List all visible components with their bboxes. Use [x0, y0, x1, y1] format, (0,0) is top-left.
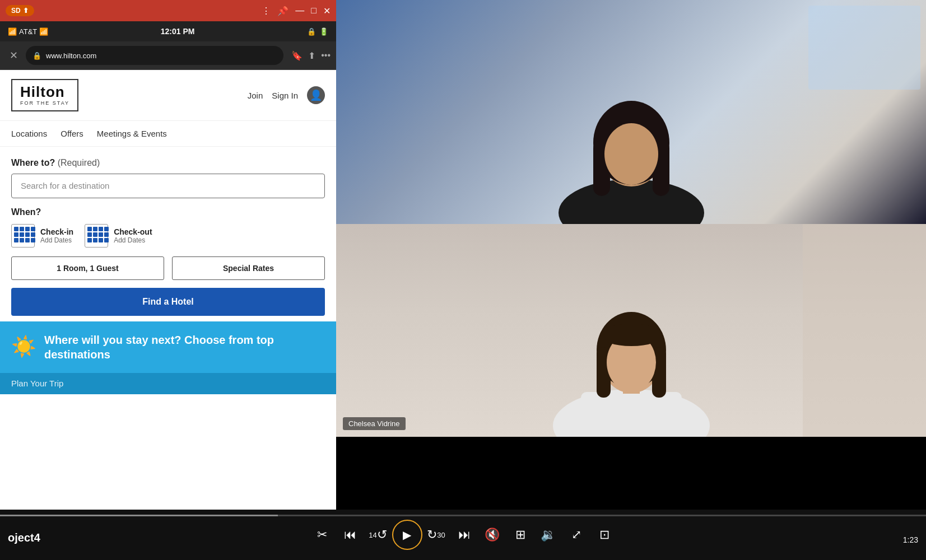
person2-name-badge: Chelsea Vidrine: [343, 417, 406, 430]
nav-offers[interactable]: Offers: [61, 129, 83, 138]
status-right: 🔒 🔋: [307, 27, 328, 36]
person1-video: [336, 0, 926, 224]
nav-meetings[interactable]: Meetings & Events: [97, 129, 167, 138]
video-person-1: [336, 0, 926, 224]
nav-locations[interactable]: Locations: [11, 129, 47, 138]
dots-icon[interactable]: •••: [321, 50, 331, 61]
pip-button[interactable]: ⊡: [590, 521, 618, 549]
battery-icon: 🔒: [307, 27, 316, 36]
progress-bar[interactable]: [0, 515, 926, 516]
room-special-row: 1 Room, 1 Guest Special Rates: [11, 256, 325, 280]
toolbar-timestamp: 1:23: [903, 535, 918, 544]
browser-chrome: ✕ 🔒 www.hilton.com 🔖 ⬆ •••: [0, 41, 336, 70]
special-rates-button[interactable]: Special Rates: [172, 256, 325, 280]
battery-level: 🔋: [319, 27, 328, 36]
where-to-label: Where to? (Required): [11, 158, 325, 168]
hilton-header-right: Join Sign In 👤: [248, 86, 325, 104]
fast-forward-button[interactable]: ↻ 30: [422, 521, 450, 549]
browser-close-button[interactable]: ✕: [6, 48, 21, 63]
join-link[interactable]: Join: [248, 91, 263, 100]
hilton-logo-title: Hilton: [20, 85, 69, 99]
restore-icon[interactable]: □: [311, 6, 317, 16]
window-bg: [808, 6, 920, 90]
hilton-logo: Hilton FOR THE STAY: [11, 79, 78, 111]
speaker-button[interactable]: 🔇: [478, 521, 506, 549]
volume-button[interactable]: 🔉: [534, 521, 562, 549]
title-bar-right: ⋮ 📌 — □ ✕: [262, 6, 331, 16]
progress-fill: [0, 515, 278, 516]
signal-icon: 📶: [8, 27, 17, 36]
lock-icon: 🔒: [32, 52, 41, 60]
skip-forward-button[interactable]: ⏭: [450, 521, 478, 549]
hilton-banner: ☀️ Where will you stay next? Choose from…: [0, 321, 336, 373]
video-area: Chelsea Vidrine: [336, 0, 926, 437]
status-time: 12:01 PM: [161, 27, 195, 36]
checkout-text: Check-out Add Dates: [114, 227, 152, 244]
find-hotel-button[interactable]: Find a Hotel: [11, 288, 325, 316]
wall-bg: [803, 224, 926, 437]
minimize-icon[interactable]: —: [295, 6, 304, 16]
phone-area: SD ⬆ ⋮ 📌 — □ ✕ 📶 AT&T 📶 12:01 PM 🔒 🔋 ✕ 🔒: [0, 0, 336, 560]
checkin-picker[interactable]: Check-in Add Dates: [11, 224, 73, 248]
room-guest-button[interactable]: 1 Room, 1 Guest: [11, 256, 164, 280]
url-text: www.hilton.com: [46, 52, 96, 60]
url-bar-icons: 🔖 ⬆ •••: [291, 50, 331, 61]
title-bar-left: SD ⬆: [6, 5, 34, 16]
hilton-footer-bar: Plan Your Trip: [0, 373, 336, 394]
checkout-picker[interactable]: Check-out Add Dates: [85, 224, 152, 248]
bottom-toolbar: oject4 1:23 ✂ ⏮ 14 ↺ ▶ ↻ 30 ⏭ 🔇 ⊞ 🔉 ⤢ ⊡: [0, 510, 926, 560]
skip-back-button[interactable]: ⏮: [336, 521, 364, 549]
person1-silhouette: [547, 39, 715, 224]
share-icon[interactable]: ⬆: [308, 50, 315, 61]
date-pickers: Check-in Add Dates Check-out Add Dates: [11, 224, 325, 248]
title-bar: SD ⬆ ⋮ 📌 — □ ✕: [0, 0, 336, 21]
carrier-name: AT&T: [19, 27, 37, 36]
mute-button[interactable]: ✂: [308, 521, 336, 549]
expand-button[interactable]: ⤢: [562, 521, 590, 549]
svg-point-6: [604, 123, 658, 185]
required-label: (Required): [58, 158, 100, 167]
rewind-button[interactable]: 14 ↺: [364, 521, 392, 549]
signin-link[interactable]: Sign In: [272, 91, 298, 100]
play-button[interactable]: ▶: [392, 520, 422, 550]
banner-text: Where will you stay next? Choose from to…: [44, 333, 325, 362]
hilton-search-section: Where to? (Required) Search for a destin…: [0, 147, 336, 321]
plan-trip-link[interactable]: Plan Your Trip: [11, 379, 63, 388]
user-avatar-icon[interactable]: 👤: [307, 86, 325, 104]
hilton-header: Hilton FOR THE STAY Join Sign In 👤: [0, 70, 336, 121]
hilton-website: Hilton FOR THE STAY Join Sign In 👤 Locat…: [0, 70, 336, 559]
pin-icon[interactable]: 📌: [277, 6, 288, 16]
search-input-wrapper[interactable]: Search for a destination: [11, 174, 325, 198]
svg-rect-8: [581, 392, 682, 437]
close-icon[interactable]: ✕: [323, 6, 331, 16]
checkin-text: Check-in Add Dates: [40, 227, 73, 244]
project-name: oject4: [8, 531, 40, 544]
search-placeholder: Search for a destination: [21, 181, 109, 190]
checkin-calendar-icon: [11, 224, 35, 248]
wifi-icon: 📶: [39, 27, 48, 36]
sd-badge: SD ⬆: [6, 5, 34, 16]
checkout-calendar-icon: [85, 224, 108, 248]
person2-silhouette: [547, 252, 715, 437]
when-label: When?: [11, 207, 325, 217]
person2-video: [336, 224, 926, 437]
status-bar: 📶 AT&T 📶 12:01 PM 🔒 🔋: [0, 21, 336, 41]
url-bar[interactable]: 🔒 www.hilton.com: [26, 46, 283, 65]
layout-button[interactable]: ⊞: [506, 521, 534, 549]
sun-icon: ☀️: [11, 335, 36, 358]
hilton-logo-sub: FOR THE STAY: [20, 100, 69, 106]
svg-point-15: [600, 324, 663, 346]
video-person-2: Chelsea Vidrine: [336, 224, 926, 437]
hilton-nav: Locations Offers Meetings & Events: [0, 121, 336, 147]
status-left: 📶 AT&T 📶: [8, 27, 48, 36]
more-icon[interactable]: ⋮: [262, 6, 271, 16]
bookmark-icon[interactable]: 🔖: [291, 50, 303, 61]
